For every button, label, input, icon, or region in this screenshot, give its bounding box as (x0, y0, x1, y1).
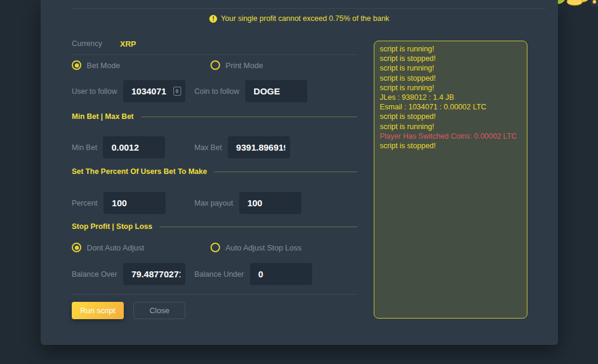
radio-unselected-icon (210, 243, 220, 252)
percent-row: Percent Max payout (72, 192, 357, 214)
radio-bet-mode[interactable]: Bet Mode (72, 60, 120, 70)
section-title: Stop Profit | Stop Loss (72, 222, 152, 231)
max-payout-input[interactable] (239, 192, 301, 214)
radio-label: Auto Adjust Stop Loss (225, 243, 301, 252)
radio-label: Bet Mode (87, 61, 120, 70)
log-line: script is running! (380, 63, 521, 73)
min-bet-input[interactable] (103, 136, 165, 158)
balance-row: Balance Over Balance Under (72, 263, 357, 285)
log-line: Player Has Switched Coins: 0.00002 LTC (380, 131, 521, 141)
warning-text: Your single profit cannot exceed 0.75% o… (221, 14, 389, 23)
max-bet-label: Max Bet (194, 143, 222, 152)
section-rule (141, 117, 357, 117)
log-line: script is running! (380, 83, 521, 93)
section-rule (214, 172, 357, 172)
percent-label: Percent (72, 199, 97, 207)
section-stop: Stop Profit | Stop Loss (72, 222, 357, 231)
radio-selected-icon (72, 243, 81, 252)
adjust-radio-group: Dont Auto Adjust Auto Adjust Stop Loss (72, 242, 357, 253)
coin-to-follow-label: Coin to follow (194, 87, 239, 96)
radio-label: Print Mode (225, 61, 263, 70)
divider (72, 54, 357, 55)
radio-print-mode[interactable]: Print Mode (210, 60, 263, 70)
radio-auto-adjust-stop-loss[interactable]: Auto Adjust Stop Loss (210, 243, 301, 252)
divider (72, 294, 357, 295)
log-line: script is stopped! (380, 112, 521, 121)
section-min-max: Min Bet | Max Bet (72, 112, 357, 121)
section-title: Set The Percent Of Users Bet To Make (72, 167, 207, 176)
mode-radio-group: Bet Mode Print Mode (72, 60, 357, 71)
coin-to-follow-input[interactable] (245, 80, 307, 102)
log-line: script is stopped! (380, 74, 521, 83)
radio-dont-auto-adjust[interactable]: Dont Auto Adjust (72, 243, 144, 252)
currency-label: Currency (72, 39, 102, 48)
balance-over-input[interactable] (123, 263, 185, 285)
percent-input[interactable] (103, 192, 166, 214)
radio-unselected-icon (210, 60, 220, 70)
info-icon: ! (209, 15, 217, 23)
section-title: Min Bet | Max Bet (72, 112, 134, 121)
bot-settings-modal: ! Your single profit cannot exceed 0.75%… (41, 0, 558, 345)
script-log-panel[interactable]: script is running! script is stopped! sc… (374, 41, 527, 319)
balance-under-label: Balance Under (194, 270, 244, 279)
currency-value: XRP (120, 39, 136, 48)
section-percent: Set The Percent Of Users Bet To Make (72, 167, 357, 176)
log-line: script is running! (380, 122, 521, 131)
follow-row: User to follow Coin to follow (72, 80, 357, 102)
log-line: Esmail : 1034071 : 0.00002 LTC (380, 102, 521, 112)
max-payout-label: Max payout (194, 199, 233, 207)
divider (72, 8, 546, 9)
bet-row: Min Bet Max Bet (72, 136, 357, 158)
log-line: script is stopped! (380, 141, 521, 151)
currency-row: Currency XRP (72, 38, 357, 50)
log-line: script is running! (380, 44, 521, 54)
min-bet-label: Min Bet (72, 143, 97, 152)
user-to-follow-label: User to follow (72, 87, 117, 96)
close-button[interactable]: Close (133, 302, 185, 319)
radio-selected-icon (72, 60, 81, 70)
action-buttons: Run script Close (72, 302, 357, 319)
log-line: JLes : 938012 : 1.4 JB (380, 93, 521, 102)
max-bet-input[interactable] (228, 136, 290, 158)
run-script-button[interactable]: Run script (72, 302, 124, 319)
radio-label: Dont Auto Adjust (87, 243, 144, 252)
number-stepper-icon[interactable] (173, 87, 181, 96)
balance-over-label: Balance Over (72, 270, 117, 279)
section-rule (160, 227, 357, 227)
corner-icon (591, 0, 598, 7)
log-line: script is stopped! (380, 54, 521, 63)
bank-limit-warning: ! Your single profit cannot exceed 0.75%… (41, 14, 558, 23)
balance-under-input[interactable] (250, 263, 312, 285)
